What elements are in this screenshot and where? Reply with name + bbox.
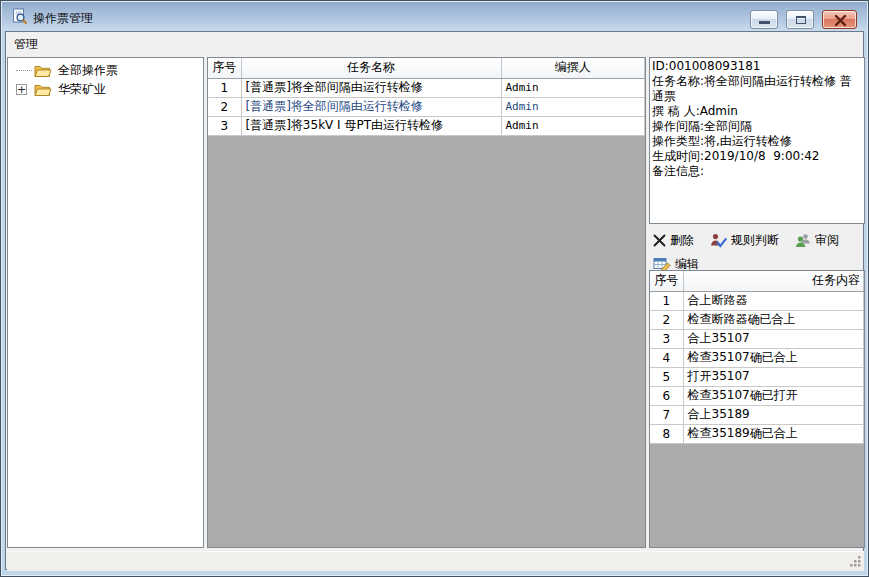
- cell-content[interactable]: 检查35107确已打开: [683, 386, 864, 405]
- folder-open-icon: [34, 64, 52, 78]
- cell-content[interactable]: 检查断路器确已合上: [683, 310, 864, 329]
- header-task-name[interactable]: 任务名称: [241, 58, 501, 78]
- app-icon: [11, 8, 28, 25]
- cell-content[interactable]: 合上35189: [683, 405, 864, 424]
- step-row[interactable]: 3 合上35107: [650, 329, 864, 348]
- cell-content[interactable]: 检查35107确已合上: [683, 348, 864, 367]
- minimize-button[interactable]: [750, 10, 778, 29]
- task-list-panel: 序号 任务名称 编撰人 1 [普通票]将全部间隔由运行转检修 Admin 2 […: [207, 57, 646, 548]
- tree-item-all-tickets[interactable]: 全部操作票: [8, 61, 203, 80]
- review-button[interactable]: 审阅: [793, 231, 841, 250]
- window-controls: [750, 10, 857, 29]
- cell-no[interactable]: 1: [650, 291, 683, 310]
- content-table-header: 序号 任务内容: [650, 271, 864, 291]
- step-row[interactable]: 6 检查35107确已打开: [650, 386, 864, 405]
- delete-label: 删除: [670, 232, 694, 249]
- detail-created-time: 生成时间:2019/10/8 9:00:42: [652, 149, 862, 164]
- step-row[interactable]: 2 检查断路器确已合上: [650, 310, 864, 329]
- folder-open-icon: [34, 83, 52, 97]
- detail-remark: 备注信息:: [652, 164, 862, 179]
- cell-no[interactable]: 2: [208, 97, 241, 116]
- cell-no[interactable]: 7: [650, 405, 683, 424]
- window-title: 操作票管理: [33, 10, 93, 27]
- cell-content[interactable]: 合上断路器: [683, 291, 864, 310]
- expand-icon[interactable]: +: [16, 84, 27, 95]
- ticket-tree: 全部操作票 + 华荣矿业: [7, 57, 204, 548]
- tree-item-huarong-mine[interactable]: + 华荣矿业: [8, 80, 203, 99]
- cell-no[interactable]: 5: [650, 367, 683, 386]
- detail-interval: 操作间隔:全部间隔: [652, 119, 862, 134]
- task-content-panel: 序号 任务内容 1 合上断路器 2 检查断路器确已合上 3 合上: [649, 270, 865, 548]
- task-table-header: 序号 任务名称 编撰人: [208, 58, 645, 78]
- delete-icon: [653, 234, 666, 247]
- cell-content[interactable]: 检查35189确已合上: [683, 424, 864, 443]
- cell-no[interactable]: 8: [650, 424, 683, 443]
- cell-no[interactable]: 3: [650, 329, 683, 348]
- header-content[interactable]: 任务内容: [683, 271, 864, 291]
- detail-op-type: 操作类型:将,由运行转检修: [652, 134, 862, 149]
- content-table: 序号 任务内容 1 合上断路器 2 检查断路器确已合上 3 合上: [650, 271, 864, 444]
- close-icon: [823, 11, 858, 30]
- detail-id: ID:001008093181: [652, 59, 862, 74]
- cell-no[interactable]: 2: [650, 310, 683, 329]
- rule-check-button[interactable]: 规则判断: [708, 231, 781, 250]
- cell-no[interactable]: 3: [208, 116, 241, 135]
- task-row[interactable]: 3 [普通票]将35kV Ⅰ 母PT由运行转检修 Admin: [208, 116, 645, 135]
- tree-connector: [16, 70, 32, 71]
- resize-grip-icon[interactable]: [848, 554, 862, 568]
- task-table: 序号 任务名称 编撰人 1 [普通票]将全部间隔由运行转检修 Admin 2 […: [208, 58, 645, 136]
- cell-task-name[interactable]: [普通票]将全部间隔由运行转检修: [241, 97, 501, 116]
- review-label: 审阅: [815, 232, 839, 249]
- cell-task-name[interactable]: [普通票]将全部间隔由运行转检修: [241, 78, 501, 97]
- rule-check-icon: [710, 233, 727, 248]
- minimize-icon: [759, 21, 770, 24]
- header-no[interactable]: 序号: [208, 58, 241, 78]
- status-bar: [7, 551, 864, 571]
- tree-item-label: 华荣矿业: [56, 81, 108, 98]
- client-area: 管理 全部操作票 + 华荣矿业: [5, 31, 864, 570]
- cell-content[interactable]: 打开35107: [683, 367, 864, 386]
- cell-no[interactable]: 4: [650, 348, 683, 367]
- step-row[interactable]: 5 打开35107: [650, 367, 864, 386]
- step-row[interactable]: 1 合上断路器: [650, 291, 864, 310]
- ticket-details[interactable]: ID:001008093181 任务名称:将全部间隔由运行转检修 普通票 撰 稿…: [649, 57, 865, 224]
- cell-author[interactable]: Admin: [501, 97, 645, 116]
- cell-author[interactable]: Admin: [501, 78, 645, 97]
- cell-no[interactable]: 1: [208, 78, 241, 97]
- action-toolbar: 删除 规则判断 审阅: [651, 229, 841, 251]
- detail-task-name: 任务名称:将全部间隔由运行转检修 普通票: [652, 74, 862, 104]
- review-icon: [795, 233, 811, 248]
- task-row[interactable]: 1 [普通票]将全部间隔由运行转检修 Admin: [208, 78, 645, 97]
- step-row[interactable]: 4 检查35107确已合上: [650, 348, 864, 367]
- header-no[interactable]: 序号: [650, 271, 683, 291]
- tree-item-label: 全部操作票: [56, 62, 120, 79]
- step-row[interactable]: 8 检查35189确已合上: [650, 424, 864, 443]
- menu-item-manage[interactable]: 管理: [6, 32, 46, 57]
- cell-content[interactable]: 合上35107: [683, 329, 864, 348]
- app-window: 操作票管理 管理 全部操作票: [0, 0, 869, 577]
- menu-bar: 管理: [6, 32, 863, 56]
- maximize-button[interactable]: [786, 10, 814, 29]
- header-author[interactable]: 编撰人: [501, 58, 645, 78]
- detail-author: 撰 稿 人:Admin: [652, 104, 862, 119]
- step-row[interactable]: 7 合上35189: [650, 405, 864, 424]
- cell-author[interactable]: Admin: [501, 116, 645, 135]
- close-button[interactable]: [822, 10, 857, 29]
- maximize-icon: [796, 16, 806, 24]
- task-row-selected[interactable]: 2 [普通票]将全部间隔由运行转检修 Admin: [208, 97, 645, 116]
- cell-no[interactable]: 6: [650, 386, 683, 405]
- rule-check-label: 规则判断: [731, 232, 779, 249]
- delete-button[interactable]: 删除: [651, 231, 696, 250]
- cell-task-name[interactable]: [普通票]将35kV Ⅰ 母PT由运行转检修: [241, 116, 501, 135]
- titlebar[interactable]: 操作票管理: [2, 2, 867, 31]
